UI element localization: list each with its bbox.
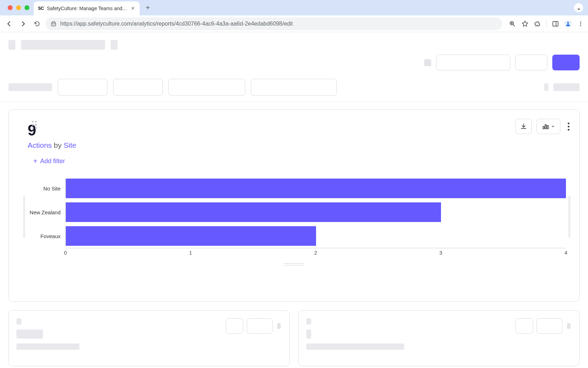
chart-bar-track [65, 226, 566, 246]
filter-row [0, 75, 588, 102]
svg-point-8 [580, 23, 581, 24]
outline-button[interactable] [247, 318, 273, 334]
address-bar[interactable]: https://app.safetyculture.com/analytics/… [46, 18, 502, 30]
toolbar-right [509, 20, 584, 28]
primary-button[interactable] [552, 55, 580, 70]
close-window-button[interactable] [8, 5, 13, 10]
chart-body: No SiteNew ZealandFoveaux01234 [25, 176, 566, 257]
svg-point-6 [567, 22, 569, 23]
filter-dropdown[interactable] [113, 79, 163, 96]
svg-point-7 [580, 21, 581, 22]
page-content: 9 Actions by Site + Add filter No SiteNe… [0, 32, 588, 368]
toolbar-separator [546, 20, 547, 28]
plus-icon: + [33, 157, 37, 165]
new-tab-button[interactable]: + [142, 2, 153, 13]
skeleton-block [306, 318, 311, 325]
svg-rect-11 [545, 125, 546, 129]
filter-dropdown[interactable] [168, 79, 245, 96]
skeleton-block [306, 329, 311, 339]
forward-button[interactable] [18, 18, 29, 29]
site-settings-icon [50, 21, 57, 27]
skeleton-card [8, 310, 290, 366]
drag-handle-icon[interactable] [32, 121, 37, 129]
chevron-down-icon [551, 125, 555, 128]
profile-avatar[interactable] [564, 20, 572, 28]
outline-button[interactable] [516, 318, 533, 334]
resize-handle-bottom[interactable] [284, 263, 304, 265]
metric-total: 9 [28, 121, 570, 139]
chart-x-axis: 01234 [65, 248, 566, 257]
metric-by-text: by [52, 141, 64, 149]
tab-favicon: SC [38, 5, 44, 12]
chart-bar[interactable] [66, 179, 566, 198]
chart-type-dropdown[interactable] [537, 119, 560, 134]
zoom-icon[interactable] [509, 20, 516, 28]
back-button[interactable] [4, 18, 15, 29]
tab-close-button[interactable]: × [130, 6, 135, 11]
chart-bar-label: Foveaux [25, 233, 65, 239]
lower-cards-row [8, 310, 580, 366]
download-button[interactable] [516, 119, 532, 134]
browser-tab[interactable]: SC SafetyCulture: Manage Teams and… × [34, 1, 140, 15]
menu-icon[interactable] [577, 20, 584, 28]
tab-bar: SC SafetyCulture: Manage Teams and… × + … [0, 0, 588, 15]
skeleton-block [544, 83, 548, 91]
add-filter-label: Add filter [40, 158, 65, 165]
chart-bar-label: New Zealand [25, 209, 65, 215]
svg-point-1 [52, 24, 53, 25]
svg-point-9 [580, 25, 581, 26]
bookmark-icon[interactable] [521, 20, 529, 28]
more-menu-button[interactable] [566, 323, 572, 329]
skeleton-block [306, 343, 404, 350]
page-header-skeleton [0, 32, 588, 50]
filter-dropdown[interactable] [58, 79, 107, 96]
skeleton-block [553, 83, 580, 91]
svg-rect-4 [553, 21, 558, 26]
chart-card: 9 Actions by Site + Add filter No SiteNe… [8, 109, 580, 302]
svg-rect-10 [543, 126, 544, 129]
resize-rail-right[interactable] [569, 196, 570, 238]
chart-bar[interactable] [66, 226, 316, 246]
browser-toolbar: https://app.safetyculture.com/analytics/… [0, 15, 588, 32]
skeleton-block [16, 318, 21, 325]
outline-button[interactable] [537, 318, 562, 334]
minimize-window-button[interactable] [16, 5, 21, 10]
tabs-dropdown-button[interactable]: ⌄ [574, 3, 583, 12]
svg-rect-0 [51, 23, 56, 26]
chart-bar-track [65, 202, 566, 222]
metric-dimension-link[interactable]: Actions [28, 141, 52, 149]
reload-button[interactable] [31, 18, 43, 29]
chart-x-tick: 3 [439, 250, 442, 256]
maximize-window-button[interactable] [24, 5, 29, 10]
more-menu-button[interactable] [276, 323, 282, 329]
more-menu-button[interactable] [565, 123, 572, 131]
outline-button[interactable] [515, 55, 547, 70]
skeleton-block [16, 343, 79, 350]
svg-point-2 [54, 24, 55, 25]
chevron-down-icon: ⌄ [576, 5, 581, 11]
chart-x-tick: 1 [189, 250, 192, 256]
chart-x-tick: 2 [314, 250, 317, 256]
tab-title: SafetyCulture: Manage Teams and… [47, 6, 127, 11]
chart-bar[interactable] [66, 202, 441, 222]
sidepanel-icon[interactable] [552, 20, 559, 28]
skeleton-block [8, 40, 15, 50]
url-text: https://app.safetyculture.com/analytics/… [60, 21, 293, 27]
chart-container: No SiteNew ZealandFoveaux01234 [21, 176, 570, 257]
skeleton-block [21, 40, 105, 50]
filter-dropdown[interactable] [251, 79, 337, 96]
card-toolbar [516, 119, 572, 134]
chart-bar-row: New Zealand [25, 200, 566, 224]
download-icon [520, 123, 527, 130]
extensions-icon[interactable] [534, 20, 541, 28]
outline-button[interactable] [436, 55, 510, 70]
svg-rect-12 [547, 126, 548, 129]
bar-chart-icon [542, 123, 549, 130]
skeleton-block [16, 329, 43, 339]
chart-bar-row: No Site [25, 176, 566, 200]
metric-groupby-link[interactable]: Site [64, 141, 76, 149]
window-controls [4, 5, 34, 10]
outline-button[interactable] [226, 318, 243, 334]
content-area: 9 Actions by Site + Add filter No SiteNe… [0, 102, 588, 368]
add-filter-button[interactable]: + Add filter [33, 157, 65, 165]
